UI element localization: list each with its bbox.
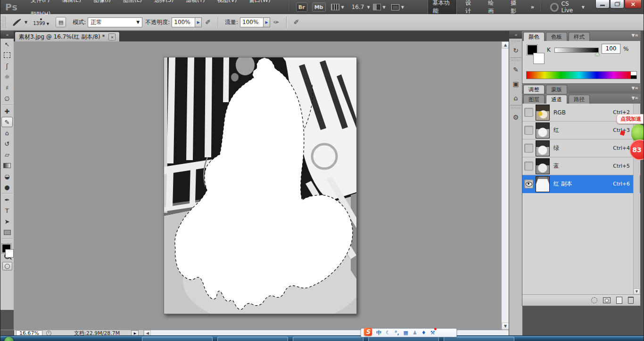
- ime-skin-icon[interactable]: ♦: [421, 329, 426, 337]
- load-channel-as-selection-button[interactable]: [591, 297, 597, 303]
- pen-tool[interactable]: ✒: [1, 195, 13, 205]
- blend-mode-select[interactable]: 正常 ▼: [88, 17, 142, 27]
- brush-tool[interactable]: ✎: [1, 117, 13, 127]
- color-tab[interactable]: 样式: [569, 32, 590, 41]
- ime-account-icon[interactable]: ♟: [413, 329, 417, 337]
- document-image[interactable]: [164, 57, 357, 314]
- brush-size-display[interactable]: 1399 ▼: [33, 18, 49, 26]
- new-channel-button[interactable]: [616, 297, 622, 304]
- panel-menu-icon[interactable]: ▼≡: [632, 96, 638, 100]
- restore-button[interactable]: [610, 0, 624, 8]
- dock-grip[interactable]: [511, 59, 520, 61]
- workspace-overflow-button[interactable]: »: [530, 4, 533, 10]
- k-value-input[interactable]: 100: [602, 44, 620, 54]
- menu-item-v[interactable]: 视图(V): [211, 0, 243, 3]
- scroll-down-icon[interactable]: ▼: [634, 289, 640, 294]
- document-close-icon[interactable]: ×: [108, 33, 116, 41]
- taskbar-window-button[interactable]: [293, 337, 363, 341]
- k-slider[interactable]: [554, 48, 599, 53]
- panel-menu-icon[interactable]: ▼≡: [632, 86, 638, 90]
- lasso-tool[interactable]: ʃ: [1, 61, 13, 71]
- dodge-tool[interactable]: ●: [1, 182, 13, 192]
- adjustments-tab[interactable]: 蒙版: [546, 85, 567, 94]
- layers-tab[interactable]: 图层: [523, 95, 545, 104]
- delete-channel-button[interactable]: [628, 297, 634, 304]
- opacity-slider-button[interactable]: ▶: [195, 17, 202, 27]
- background-color-swatch[interactable]: [6, 250, 13, 257]
- quick-mask-button[interactable]: [2, 262, 12, 270]
- flow-input[interactable]: 100%: [240, 17, 264, 27]
- visibility-toggle[interactable]: [524, 126, 533, 135]
- pressure-size-icon[interactable]: ✐: [294, 18, 299, 26]
- save-selection-as-channel-button[interactable]: [603, 297, 611, 303]
- launch-bridge-button[interactable]: Br: [296, 2, 307, 12]
- dock-grip[interactable]: [511, 107, 520, 109]
- channel-thumbnail[interactable]: [536, 158, 550, 174]
- channel-row[interactable]: 红 副本Ctrl+6: [522, 175, 640, 193]
- path-selection-tool[interactable]: ➤: [1, 216, 13, 227]
- menu-item-w[interactable]: 窗口(W): [243, 0, 276, 3]
- vertical-scrollbar[interactable]: ▲ ▼: [501, 41, 509, 330]
- close-button[interactable]: ×: [625, 0, 642, 8]
- tool-presets-panel-icon[interactable]: ⚙: [510, 112, 521, 123]
- start-button[interactable]: [4, 337, 14, 341]
- visibility-toggle[interactable]: [524, 162, 533, 170]
- menu-item-i[interactable]: 图像(I): [87, 0, 117, 3]
- channel-thumbnail[interactable]: [536, 176, 550, 192]
- channel-thumbnail[interactable]: [536, 122, 550, 138]
- color-tab[interactable]: 颜色: [523, 32, 545, 41]
- layers-tab[interactable]: 路径: [569, 95, 590, 104]
- visibility-toggle[interactable]: [524, 144, 533, 153]
- k-slider-thumb[interactable]: [595, 52, 600, 56]
- menu-item-s[interactable]: 选择(S): [148, 0, 180, 3]
- minimize-button[interactable]: [595, 0, 610, 8]
- sogou-logo-icon[interactable]: S: [364, 328, 372, 336]
- zoom-level-control[interactable]: 16.7: [352, 4, 364, 10]
- promo-bubble[interactable]: 点我加速: [617, 114, 644, 124]
- ime-full-half-icon[interactable]: ☾: [386, 329, 390, 337]
- ime-soft-keyboard-icon[interactable]: ▦: [404, 329, 408, 337]
- brush-panel-icon[interactable]: ✎: [510, 64, 521, 75]
- visibility-toggle[interactable]: [524, 108, 533, 117]
- cs-live-button[interactable]: CS Live ▼: [550, 0, 585, 14]
- crop-tool[interactable]: ♯: [1, 82, 13, 93]
- launch-mini-bridge-button[interactable]: Mb: [312, 2, 326, 12]
- scroll-down-icon[interactable]: ▼: [502, 323, 509, 330]
- workspace-button[interactable]: 摄影: [506, 0, 525, 16]
- arrange-documents-button[interactable]: ▼: [373, 4, 386, 10]
- history-panel-icon[interactable]: ↻: [510, 45, 521, 56]
- layers-tab[interactable]: 通道: [546, 95, 567, 104]
- options-grip[interactable]: [1, 16, 6, 28]
- airbrush-icon[interactable]: ✑: [273, 18, 279, 26]
- color-spectrum-ramp[interactable]: [526, 71, 632, 79]
- blur-tool[interactable]: ◒: [1, 171, 13, 181]
- flow-slider-button[interactable]: ▶: [264, 17, 270, 27]
- type-tool[interactable]: T: [1, 205, 13, 216]
- taskbar-window-button[interactable]: [368, 337, 439, 341]
- screen-mode-button[interactable]: ▼: [391, 4, 404, 10]
- rectangular-marquee-tool[interactable]: [1, 50, 13, 60]
- toggle-brush-panel-button[interactable]: ▤: [56, 17, 66, 27]
- ime-punctuation-icon[interactable]: °,: [395, 329, 399, 337]
- menu-item-e[interactable]: 编辑(E): [56, 0, 87, 3]
- panel-background-swatch[interactable]: [534, 53, 544, 64]
- canvas-area[interactable]: [14, 41, 501, 330]
- clone-stamp-tool[interactable]: ⌂: [1, 128, 13, 138]
- opacity-input[interactable]: 100%: [172, 17, 195, 27]
- history-brush-tool[interactable]: ↺: [1, 138, 13, 149]
- eraser-tool[interactable]: ▱: [1, 149, 13, 160]
- promo-badge[interactable]: 83: [629, 139, 644, 160]
- channel-thumbnail[interactable]: [536, 105, 550, 121]
- menu-item-t[interactable]: 滤镜(T): [180, 0, 211, 3]
- tools-collapse-button[interactable]: »: [0, 31, 14, 39]
- ime-toolbox-icon[interactable]: ⚒: [430, 329, 435, 337]
- move-tool[interactable]: ↖: [1, 39, 13, 49]
- stamp-panel-icon[interactable]: ⌂: [510, 92, 521, 104]
- eyedropper-tool[interactable]: ∅: [1, 93, 13, 104]
- brush-preset-picker[interactable]: ▼: [11, 17, 27, 27]
- channel-thumbnail[interactable]: [536, 140, 550, 156]
- panel-menu-icon[interactable]: ▼≡: [632, 33, 638, 38]
- menu-item-f[interactable]: 文件(F): [25, 0, 56, 3]
- taskbar-window-button[interactable]: [444, 337, 514, 341]
- spectrum-bw-cells[interactable]: [631, 71, 637, 79]
